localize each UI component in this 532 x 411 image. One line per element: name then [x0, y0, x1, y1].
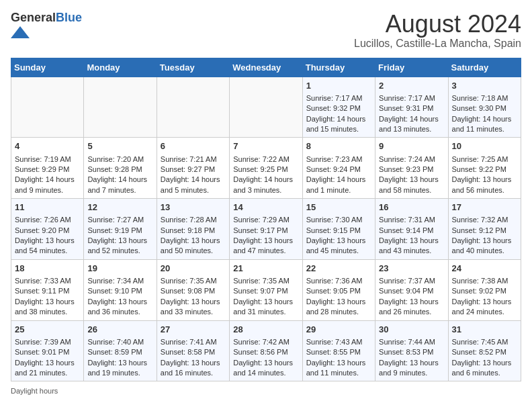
day-number: 9	[379, 140, 444, 152]
day-info: Sunrise: 7:34 AM	[87, 276, 152, 286]
day-info: Sunrise: 7:28 AM	[161, 215, 226, 225]
cell-5-3: 27Sunrise: 7:41 AMSunset: 8:58 PMDayligh…	[157, 320, 229, 381]
day-info: Daylight: 14 hours and 13 minutes.	[379, 114, 444, 135]
day-number: 21	[233, 263, 298, 275]
day-number: 25	[15, 324, 80, 336]
day-number: 30	[379, 324, 444, 336]
day-info: Sunrise: 7:18 AM	[452, 93, 517, 103]
cell-5-5: 29Sunrise: 7:43 AMSunset: 8:55 PMDayligh…	[302, 320, 375, 381]
day-number: 24	[452, 263, 517, 275]
cell-1-3	[157, 77, 229, 138]
cell-3-2: 12Sunrise: 7:27 AMSunset: 9:19 PMDayligh…	[84, 199, 157, 260]
day-info: Sunset: 9:25 PM	[233, 165, 298, 175]
day-number: 3	[452, 80, 517, 92]
day-info: Sunrise: 7:43 AM	[306, 337, 371, 347]
day-info: Daylight: 13 hours and 50 minutes.	[161, 236, 226, 257]
day-number: 17	[452, 201, 517, 214]
day-info: Daylight: 13 hours and 31 minutes.	[233, 297, 298, 318]
day-info: Sunrise: 7:22 AM	[233, 154, 298, 165]
day-info: Daylight: 13 hours and 14 minutes.	[233, 358, 298, 379]
day-info: Sunset: 9:32 PM	[306, 103, 371, 113]
cell-3-4: 14Sunrise: 7:29 AMSunset: 9:17 PMDayligh…	[230, 199, 302, 260]
week-row-4: 18Sunrise: 7:33 AMSunset: 9:11 PMDayligh…	[11, 259, 521, 320]
day-info: Sunrise: 7:25 AM	[452, 154, 517, 165]
day-info: Sunset: 9:29 PM	[15, 165, 80, 175]
day-info: Daylight: 13 hours and 58 minutes.	[379, 175, 444, 195]
day-info: Sunrise: 7:33 AM	[15, 276, 80, 286]
day-number: 23	[379, 263, 444, 275]
daylight-legend: Daylight hours	[11, 387, 58, 395]
col-monday: Monday	[84, 58, 157, 77]
cell-4-4: 21Sunrise: 7:35 AMSunset: 9:07 PMDayligh…	[230, 259, 302, 320]
day-info: Sunset: 9:11 PM	[15, 286, 80, 296]
day-info: Sunrise: 7:38 AM	[452, 276, 517, 286]
day-info: Daylight: 13 hours and 40 minutes.	[452, 236, 517, 257]
day-info: Sunrise: 7:19 AM	[15, 154, 80, 165]
day-info: Daylight: 13 hours and 33 minutes.	[161, 297, 226, 318]
cell-1-6: 2Sunrise: 7:17 AMSunset: 9:31 PMDaylight…	[375, 77, 448, 138]
cell-4-1: 18Sunrise: 7:33 AMSunset: 9:11 PMDayligh…	[11, 259, 84, 320]
day-info: Sunrise: 7:31 AM	[379, 215, 444, 225]
day-info: Sunrise: 7:35 AM	[161, 276, 226, 286]
day-info: Sunset: 8:56 PM	[233, 347, 298, 357]
day-info: Sunrise: 7:37 AM	[379, 276, 444, 286]
cell-5-2: 26Sunrise: 7:40 AMSunset: 8:59 PMDayligh…	[84, 320, 157, 381]
day-info: Sunrise: 7:32 AM	[452, 215, 517, 225]
day-info: Sunset: 8:52 PM	[452, 347, 517, 357]
day-info: Sunset: 9:05 PM	[306, 286, 371, 296]
day-info: Sunset: 9:24 PM	[306, 165, 371, 175]
day-info: Daylight: 13 hours and 43 minutes.	[379, 236, 444, 257]
day-info: Sunrise: 7:45 AM	[452, 337, 517, 347]
cell-1-7: 3Sunrise: 7:18 AMSunset: 9:30 PMDaylight…	[448, 77, 521, 138]
day-info: Sunset: 9:10 PM	[87, 286, 152, 296]
day-info: Sunset: 9:02 PM	[452, 286, 517, 296]
day-number: 8	[306, 140, 371, 152]
day-info: Daylight: 14 hours and 7 minutes.	[87, 175, 152, 195]
cell-2-2: 5Sunrise: 7:20 AMSunset: 9:28 PMDaylight…	[84, 138, 157, 199]
col-sunday: Sunday	[11, 58, 84, 77]
day-info: Sunset: 9:19 PM	[87, 226, 152, 236]
cell-2-5: 8Sunrise: 7:23 AMSunset: 9:24 PMDaylight…	[302, 138, 375, 199]
day-info: Sunset: 9:22 PM	[452, 165, 517, 175]
day-info: Sunset: 9:23 PM	[379, 165, 444, 175]
day-number: 18	[15, 263, 80, 275]
day-info: Daylight: 13 hours and 26 minutes.	[379, 297, 444, 318]
day-number: 16	[379, 201, 444, 214]
day-number: 1	[306, 80, 371, 92]
svg-marker-0	[11, 26, 30, 38]
col-saturday: Saturday	[448, 58, 521, 77]
day-info: Sunrise: 7:40 AM	[87, 337, 152, 347]
day-info: Daylight: 13 hours and 19 minutes.	[87, 358, 152, 379]
day-info: Sunset: 9:27 PM	[161, 165, 226, 175]
day-number: 12	[87, 201, 152, 214]
day-info: Daylight: 13 hours and 45 minutes.	[306, 236, 371, 257]
day-info: Sunset: 9:04 PM	[379, 286, 444, 296]
day-info: Sunset: 9:31 PM	[379, 103, 444, 113]
day-info: Sunset: 8:58 PM	[161, 347, 226, 357]
day-info: Sunset: 9:15 PM	[306, 226, 371, 236]
logo-blue-text: Blue	[56, 11, 82, 24]
day-info: Sunset: 9:28 PM	[87, 165, 152, 175]
cell-4-3: 20Sunrise: 7:35 AMSunset: 9:08 PMDayligh…	[157, 259, 229, 320]
day-info: Daylight: 13 hours and 52 minutes.	[87, 236, 152, 257]
cell-4-7: 24Sunrise: 7:38 AMSunset: 9:02 PMDayligh…	[448, 259, 521, 320]
day-number: 4	[15, 140, 80, 152]
calendar-table: Sunday Monday Tuesday Wednesday Thursday…	[11, 58, 521, 382]
day-info: Daylight: 13 hours and 56 minutes.	[452, 175, 517, 195]
day-info: Sunrise: 7:26 AM	[15, 215, 80, 225]
day-info: Daylight: 14 hours and 3 minutes.	[233, 175, 298, 195]
cell-4-6: 23Sunrise: 7:37 AMSunset: 9:04 PMDayligh…	[375, 259, 448, 320]
day-info: Sunrise: 7:17 AM	[379, 93, 444, 103]
day-info: Sunrise: 7:36 AM	[306, 276, 371, 286]
day-info: Daylight: 13 hours and 38 minutes.	[15, 297, 80, 318]
col-friday: Friday	[375, 58, 448, 77]
day-info: Daylight: 13 hours and 24 minutes.	[452, 297, 517, 318]
day-number: 6	[161, 140, 226, 152]
day-info: Daylight: 14 hours and 9 minutes.	[15, 175, 80, 195]
day-info: Daylight: 13 hours and 16 minutes.	[161, 358, 226, 379]
day-number: 2	[379, 80, 444, 92]
cell-5-7: 31Sunrise: 7:45 AMSunset: 8:52 PMDayligh…	[448, 320, 521, 381]
day-info: Sunrise: 7:35 AM	[233, 276, 298, 286]
day-info: Sunrise: 7:44 AM	[379, 337, 444, 347]
day-info: Sunset: 9:18 PM	[161, 226, 226, 236]
